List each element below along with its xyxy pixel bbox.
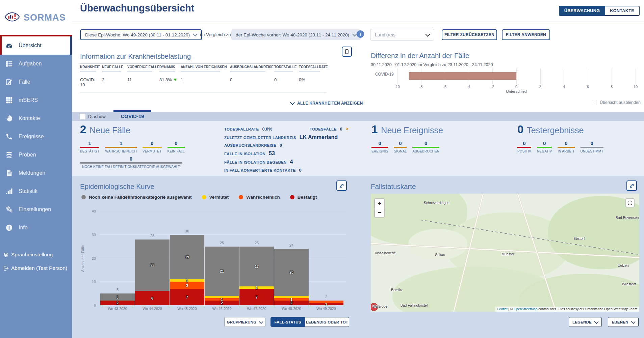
chevron-down-icon [193, 32, 198, 36]
legend-item[interactable]: Vermutet [202, 195, 229, 200]
phone-icon [5, 133, 13, 141]
sidebar-item-msers[interactable]: mSERS [0, 91, 72, 109]
x-axis-tick: -6 [443, 85, 446, 89]
sidebar-item-meldungen[interactable]: Meldungen [0, 164, 72, 182]
sidebar-footer-abmelden[interactable]: Abmelden (Test Person) [3, 261, 72, 275]
sidebar-item-uebersicht[interactable]: Übersicht [0, 36, 72, 55]
expand-icon [339, 183, 344, 189]
test-results-label: Testergebnisse [527, 125, 584, 135]
map-expand-button[interactable] [626, 180, 637, 191]
sidebar-item-proben[interactable]: Proben [0, 146, 72, 164]
collapse-burden-button[interactable] [342, 47, 352, 57]
sidebar-item-kontakte[interactable]: Kontakte [0, 109, 72, 128]
epi-curve-plot: 010203040235Wo 43-202062228Wo 44-2020731… [99, 208, 346, 305]
column-header: ANZAHL VON EREIGNISSEN [181, 65, 227, 69]
sidebar-item-label: Meldungen [19, 170, 45, 176]
sidebar-item-einstellungen[interactable]: Einstellungen [0, 200, 72, 219]
current-epi-week-dropdown[interactable]: Diese Epi-Woche: Wo 49-2020 (30.11 - 01.… [80, 29, 202, 40]
legend-item[interactable]: Bestätigt [290, 195, 317, 200]
app-logo[interactable]: SORMAS [0, 0, 72, 35]
hand-icon [5, 114, 13, 122]
y-axis-tick: 40 [84, 209, 96, 213]
chevron-down-icon [259, 319, 263, 323]
stat-label: IN ARBEIT [558, 149, 574, 153]
segment-value-label: 17 [239, 264, 274, 269]
filter-apply-button[interactable]: FILTER ANWENDEN [502, 29, 550, 40]
openstreetmap-link[interactable]: OpenStreetMap [514, 307, 538, 311]
alive-or-dead-button[interactable]: LEBENDIG ODER TOT [305, 317, 349, 327]
show-all-diseases-button[interactable]: ALLE KRANKHEITEN ANZEIGEN [291, 101, 363, 106]
detail-stat: TODESFALLRATE0.0% [224, 126, 272, 132]
footer-label: Spracheinstellung [11, 252, 53, 258]
diashow-checkbox[interactable] [80, 114, 85, 119]
hide-overview-checkbox[interactable] [592, 100, 597, 105]
bar-total-label: 2 [309, 295, 343, 299]
detail-value: 0 [299, 168, 301, 173]
gridline [636, 68, 636, 84]
previous-epi-week-dropdown[interactable]: der Epi-Woche vorher: Wo 48-2020 (23.11 … [231, 29, 361, 40]
sidebar-item-info[interactable]: Info [0, 219, 72, 237]
x-axis-tick: Wo 48-2020 [274, 307, 309, 311]
new-cases-count: 2 [80, 124, 86, 135]
burden-column: AUSBRUCHSLANDKREISE0 [230, 65, 274, 87]
map-attribution: Leaflet | © OpenStreetMap contributors. … [495, 307, 639, 312]
bottom-section: Epidemiologische Kurve Noch keine Fallde… [72, 176, 644, 338]
y-axis-tick: 0 [84, 303, 96, 307]
zoom-in-button[interactable]: + [375, 199, 384, 208]
legend-item[interactable]: Noch keine Falldefinitionskategorie ausg… [81, 195, 192, 200]
sidebar-item-statistik[interactable]: Statistik [0, 182, 72, 200]
detail-value: LK Ammerland [300, 134, 338, 140]
cell-value: 11 [127, 77, 157, 82]
case-classification-stats: 1BESTÄTIGT1WAHRSCHEINLICH0VERMUTET0KEIN … [80, 140, 185, 153]
ueberwachung-toggle-button[interactable]: ÜBERWACHUNG [559, 6, 606, 16]
sidebar-item-aufgaben[interactable]: Aufgaben [0, 55, 72, 73]
legend-button[interactable]: LEGENDE [569, 317, 602, 327]
stat-label: VERMUTET [143, 149, 162, 153]
sidebar-footer-spracheinstellung[interactable]: Spracheinstellung [3, 248, 72, 261]
stat-value: 1 [120, 140, 122, 146]
diashow-control[interactable]: Diashow [80, 114, 106, 119]
legend-dot-icon [81, 195, 86, 199]
map-fullscreen-button[interactable] [625, 198, 635, 207]
legend-item[interactable]: Wahrscheinlich [239, 195, 280, 200]
chevron-right-icon[interactable]: > [346, 126, 349, 132]
x-axis-tick: Wo 43-2020 [100, 307, 135, 311]
kontakte-toggle-button[interactable]: KONTAKTE [605, 6, 640, 16]
detail-row: AUSBRUCHSLANDKREISE0 [224, 143, 349, 148]
zoom-out-button[interactable]: − [375, 208, 384, 217]
burden-column: VORHERIGE FÄLLE11 [127, 65, 159, 87]
segment-value-label: 7 [170, 295, 204, 300]
difference-chart-title: Differenz in der Anzahl der Fälle [371, 52, 469, 60]
stat-value: 0 [590, 140, 593, 146]
trend-down-icon [174, 79, 177, 81]
burden-column: TODESFÄLLE0 [274, 65, 299, 87]
leaflet-link[interactable]: Leaflet [497, 307, 508, 311]
stat-cell: 0NEGATIV [537, 140, 552, 153]
legend-label: LEGENDE [572, 320, 592, 324]
case-status-map[interactable]: + − Leaflet | © OpenStreetMap contributo… [371, 194, 639, 312]
sidebar-item-faelle[interactable]: Fälle [0, 73, 72, 91]
sidebar-item-label: Einstellungen [19, 206, 51, 213]
segment-value-label: 20 [274, 270, 309, 275]
case-status-button[interactable]: FALL-STATUS [271, 317, 305, 327]
segment-value-label: 3 [100, 295, 135, 300]
hide-overview-control[interactable]: Übersicht ausblenden [592, 100, 641, 105]
landkreis-select[interactable]: Landkreis [370, 29, 434, 40]
map-zoom-control: + − [374, 198, 385, 218]
grouping-button[interactable]: GRUPPIERUNG [224, 317, 265, 327]
comparison-label: im Vergleich zu [200, 32, 231, 37]
stat-value: 0 [130, 156, 132, 162]
tab-covid-19[interactable]: COVID-19 [113, 113, 151, 119]
sidebar-item-ereignisse[interactable]: Ereignisse [0, 128, 72, 146]
x-axis-tick: -10 [394, 85, 400, 89]
epi-curve-expand-button[interactable] [336, 180, 347, 191]
bar-total-label: 25 [205, 241, 239, 245]
layers-button[interactable]: EBENEN [608, 317, 639, 327]
filter-reset-button[interactable]: FILTER ZURÜCKSETZEN [442, 29, 497, 40]
view-toggle: ÜBERWACHUNG KONTAKTE [559, 6, 640, 16]
map-place-label: Schneverdingen [424, 201, 449, 205]
gridline [397, 68, 397, 84]
sidebar-item-label: Kontakte [19, 115, 40, 121]
chevron-down-icon [594, 319, 598, 323]
info-icon[interactable]: i [357, 30, 364, 38]
